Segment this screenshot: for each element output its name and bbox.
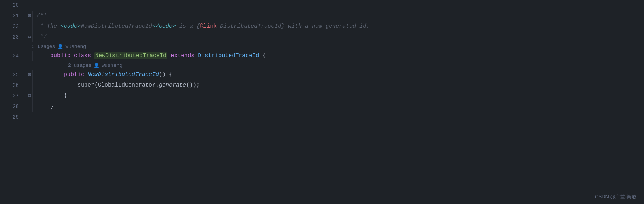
line-content-26: super(GlobalIdGenerator.generate()); [32, 80, 644, 91]
line-number-25: 25 [0, 70, 26, 80]
usages-count-5: 5 usages [32, 44, 55, 49]
code-line-21: 21 ⊟ /** [0, 11, 644, 21]
code-line-24: 24 public class NewDistributedTraceId ex… [0, 51, 644, 61]
fold-icon-27[interactable]: ⊟ [26, 91, 32, 101]
meta-line-usages-5: 5 usages 👤 wusheng [0, 42, 644, 51]
watermark: CSDN @广益-简放 [595, 193, 636, 200]
line-number-20: 20 [0, 0, 26, 11]
code-line-20: 20 [0, 0, 644, 11]
line-content-28: } [32, 101, 644, 112]
line-number-29: 29 [0, 112, 26, 122]
user-name-2: wusheng [102, 63, 122, 68]
line-content-24: public class NewDistributedTraceId exten… [32, 51, 644, 61]
fold-icon-25[interactable]: ⊟ [26, 70, 32, 80]
user-icon-2: 👤 [94, 63, 99, 68]
line-content-27: } [32, 91, 644, 101]
usage-info-2: 2 usages 👤 wusheng [68, 63, 122, 68]
user-icon-5: 👤 [57, 44, 63, 49]
code-line-26: 26 super(GlobalIdGenerator.generate()); [0, 80, 644, 91]
code-line-23: 23 ⊟ */ [0, 32, 644, 42]
code-line-22: 22 * The <code>NewDistributedTraceId</co… [0, 21, 644, 32]
line-number-21: 21 [0, 11, 26, 21]
line-number-24: 24 [0, 51, 26, 61]
line-number-28: 28 [0, 101, 26, 112]
line-content-21: /** [32, 11, 644, 21]
line-content-22: * The <code>NewDistributedTraceId</code>… [32, 21, 644, 32]
fold-icon-23[interactable]: ⊟ [26, 32, 32, 42]
code-line-25: 25 ⊟ public NewDistributedTraceId() { [0, 70, 644, 80]
fold-icon-21[interactable]: ⊟ [26, 11, 32, 21]
code-line-29: 29 [0, 112, 644, 122]
code-lines: 20 21 ⊟ /** 22 * The <code>NewDistribute… [0, 0, 644, 204]
code-line-27: 27 ⊟ } [0, 91, 644, 101]
line-content-25: public NewDistributedTraceId() { [32, 70, 644, 80]
right-border [536, 0, 536, 204]
code-line-28: 28 } [0, 101, 644, 112]
meta-line-usages-2: 2 usages 👤 wusheng [0, 61, 644, 70]
line-number-23: 23 [0, 32, 26, 42]
code-editor: 20 21 ⊟ /** 22 * The <code>NewDistribute… [0, 0, 644, 204]
line-number-27: 27 [0, 91, 26, 101]
usages-count-2: 2 usages [68, 63, 91, 68]
line-content-23: */ [32, 32, 644, 42]
usage-info-5: 5 usages 👤 wusheng [32, 44, 86, 49]
user-name-5: wusheng [65, 44, 86, 49]
line-number-26: 26 [0, 80, 26, 91]
line-number-22: 22 [0, 21, 26, 32]
